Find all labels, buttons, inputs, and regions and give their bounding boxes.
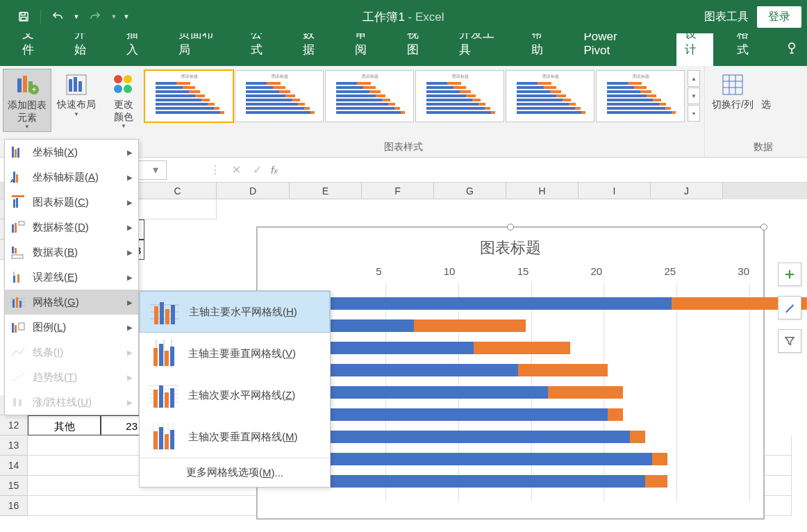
svg-rect-109: [607, 94, 647, 97]
svg-rect-132: [16, 198, 18, 208]
svg-rect-95: [563, 99, 571, 101]
chart-plot-area[interactable]: 51015202530 电视音响其他: [313, 265, 749, 501]
svg-rect-116: [665, 107, 671, 110]
row-header-14[interactable]: 14: [0, 456, 28, 476]
chart-bar-segment[interactable]: [652, 453, 667, 465]
menu-gridlines[interactable]: 网格线(G)▶: [5, 290, 138, 315]
enter-formula[interactable]: ✓: [247, 160, 267, 180]
save-button[interactable]: [13, 7, 35, 26]
gallery-scroll-up[interactable]: ▲: [688, 70, 700, 87]
chart-title[interactable]: 图表标题: [258, 228, 763, 265]
expand-formula-bar[interactable]: ⋮: [206, 160, 225, 180]
svg-rect-21: [183, 86, 195, 89]
row-header-16[interactable]: 16: [0, 496, 28, 516]
col-header-f[interactable]: F: [362, 183, 434, 199]
embedded-chart[interactable]: 图表标题 51015202530 电视音响其他: [257, 227, 764, 519]
chart-elements-button[interactable]: [778, 263, 801, 286]
change-colors-icon: [110, 71, 138, 99]
svg-rect-36: [267, 82, 281, 85]
col-header-i[interactable]: I: [579, 183, 651, 199]
svg-rect-183: [165, 434, 169, 449]
select-data-button[interactable]: 选: [759, 69, 773, 113]
submenu-more-options[interactable]: 更多网格线选项(M)...: [140, 458, 330, 487]
menu-axes[interactable]: 坐标轴(X)▶: [5, 140, 138, 165]
cancel-formula[interactable]: ✕: [226, 160, 246, 180]
chart-bar-segment[interactable]: [302, 408, 608, 421]
chart-bar-segment[interactable]: [302, 386, 548, 399]
chart-style-4[interactable]: 图表标题: [415, 70, 504, 122]
chart-bar-segment[interactable]: [302, 453, 652, 465]
svg-text:A: A: [10, 178, 15, 184]
chart-bar-segment[interactable]: [645, 475, 667, 488]
col-header-j[interactable]: J: [651, 183, 723, 199]
menu-error-bars[interactable]: 误差线(E)▶: [5, 265, 138, 290]
col-header-h[interactable]: H: [506, 183, 579, 199]
col-header-d[interactable]: D: [217, 183, 290, 199]
chart-style-5[interactable]: 图表标题: [506, 70, 594, 122]
chart-bar-segment[interactable]: [518, 364, 608, 376]
chart-style-2[interactable]: 图表标题: [235, 70, 324, 122]
submenu-minor-vertical[interactable]: 主轴次要垂直网格线(M): [140, 416, 330, 458]
redo-button[interactable]: [84, 7, 106, 26]
chart-bar-segment[interactable]: [302, 297, 672, 310]
chart-style-1[interactable]: 图表标题: [144, 70, 233, 122]
chart-bar-segment[interactable]: [414, 319, 526, 332]
svg-rect-181: [153, 431, 158, 449]
row-header-15[interactable]: 15: [0, 476, 28, 496]
cell[interactable]: 23: [101, 415, 141, 435]
menu-legend[interactable]: 图例(L)▶: [5, 315, 138, 340]
add-chart-element-button[interactable]: + 添加图表 元素 ▼: [3, 69, 51, 132]
col-header-e[interactable]: E: [290, 183, 362, 199]
svg-rect-98: [517, 107, 575, 110]
gallery-expand[interactable]: ▾: [688, 105, 700, 122]
chart-bar-segment[interactable]: [302, 475, 645, 488]
chart-bar-segment[interactable]: [548, 386, 622, 399]
svg-rect-92: [517, 94, 556, 97]
col-header-g[interactable]: G: [434, 183, 506, 199]
menu-chart-title[interactable]: 图表标题(C)▶: [5, 190, 138, 215]
redo-dropdown[interactable]: ▼: [109, 7, 119, 26]
submenu-major-horizontal[interactable]: 主轴主要水平网格线(H): [140, 291, 330, 333]
chart-bar-segment[interactable]: [474, 342, 571, 354]
fx-label[interactable]: fx: [271, 164, 278, 176]
row-header-13[interactable]: 13: [0, 435, 28, 456]
gallery-scroll-down[interactable]: ▼: [688, 88, 700, 104]
svg-rect-138: [12, 255, 23, 258]
chart-style-3[interactable]: 图表标题: [325, 70, 414, 122]
chart-style-6[interactable]: 图表标题: [596, 70, 685, 122]
menu-data-labels[interactable]: 数据标签(D)▶: [5, 215, 138, 240]
cell[interactable]: [139, 199, 217, 219]
svg-rect-124: [12, 147, 14, 158]
quick-layout-button[interactable]: 快速布局 ▼: [53, 69, 100, 119]
submenu-minor-horizontal[interactable]: 主轴次要水平网格线(Z): [140, 374, 330, 416]
submenu-major-vertical[interactable]: 主轴主要垂直网格线(V): [140, 333, 330, 374]
svg-rect-19: [176, 82, 190, 85]
svg-rect-30: [156, 107, 214, 110]
qat-customize[interactable]: ▼: [122, 7, 131, 26]
login-button[interactable]: 登录: [757, 6, 801, 28]
chart-bar-row: [313, 353, 749, 375]
switch-row-col-button[interactable]: 切换行/列: [708, 69, 758, 113]
menu-data-table[interactable]: 数据表(B)▶: [5, 240, 138, 265]
change-colors-button[interactable]: 更改 颜色 ▼: [106, 69, 142, 131]
row-header-12[interactable]: 12: [0, 415, 28, 435]
chart-filters-button[interactable]: [778, 329, 801, 353]
cell[interactable]: 其他: [28, 415, 101, 435]
chart-bar-segment[interactable]: [608, 408, 622, 421]
col-header-c[interactable]: C: [139, 183, 217, 199]
undo-button[interactable]: [47, 7, 69, 26]
svg-rect-2: [21, 17, 26, 21]
tell-me-icon[interactable]: [781, 33, 807, 66]
chart-bar-segment[interactable]: [630, 431, 644, 443]
svg-rect-11: [74, 77, 77, 92]
chart-bar-segment[interactable]: [302, 364, 518, 376]
chart-bar-row: 其他: [313, 464, 749, 486]
chart-styles-button[interactable]: [778, 296, 801, 319]
chart-bar-row: [313, 375, 749, 397]
menu-axis-titles[interactable]: A坐标轴标题(A)▶: [5, 165, 138, 190]
svg-rect-42: [285, 94, 295, 97]
resize-handle-topright[interactable]: [760, 224, 767, 231]
resize-handle-top[interactable]: [507, 224, 514, 231]
undo-dropdown[interactable]: ▼: [72, 7, 81, 26]
chart-bar-segment[interactable]: [302, 431, 630, 443]
